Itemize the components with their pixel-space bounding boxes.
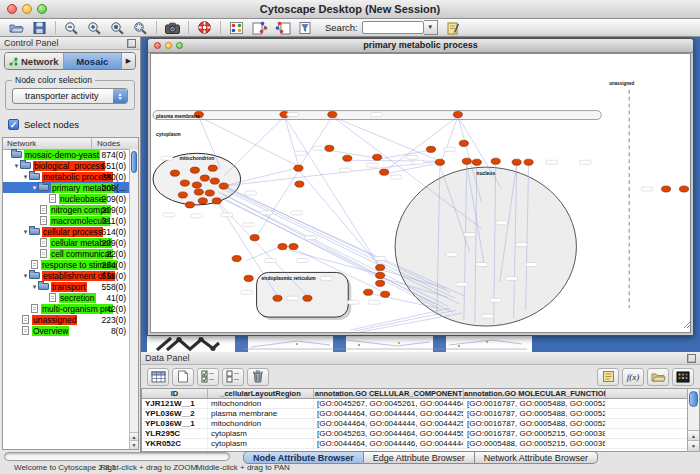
tree-row-primary-metabol[interactable]: ▼primary metabol209(... <box>3 182 129 193</box>
tab-overflow-arrow[interactable]: ▶ <box>122 53 135 69</box>
tab-node-attribute-browser[interactable]: Node Attribute Browser <box>243 451 364 464</box>
graph-node[interactable] <box>232 255 241 261</box>
graph-node[interactable] <box>244 275 253 281</box>
tab-edge-attribute-browser[interactable]: Edge Attribute Browser <box>364 451 475 464</box>
annotate-icon[interactable] <box>442 20 465 36</box>
select-attributes-icon[interactable] <box>197 368 219 386</box>
float-panel-icon[interactable] <box>127 39 136 48</box>
delete-attribute-trash-icon[interactable] <box>247 368 269 386</box>
new-attribute-icon[interactable] <box>172 368 194 386</box>
graph-node[interactable] <box>376 280 385 286</box>
zoom-out-icon[interactable] <box>60 20 83 36</box>
graph-node[interactable] <box>180 180 189 186</box>
disclosure-triangle-icon[interactable]: ▼ <box>13 163 20 169</box>
tree-row-cell-communicat[interactable]: cell communicat22(0) <box>3 248 129 259</box>
attribute-editor-notepad-icon[interactable] <box>597 368 619 386</box>
vizmapper-icon[interactable] <box>225 20 248 36</box>
import-attributes-folder-icon[interactable] <box>647 368 669 386</box>
tab-mosaic[interactable]: Mosaic <box>64 53 123 69</box>
network-view-window[interactable]: primary metabolic process plasma membran… <box>147 38 694 336</box>
column-header-annotation-go-molecular-function[interactable]: annotation.GO MOLECULAR_FUNCTION <box>464 389 606 398</box>
filter-icon[interactable] <box>294 20 317 36</box>
graph-node[interactable] <box>295 181 304 187</box>
graph-node[interactable] <box>198 198 207 204</box>
graph-node[interactable] <box>303 295 312 301</box>
help-lifebuoy-icon[interactable] <box>193 20 216 36</box>
search-input[interactable] <box>362 21 424 34</box>
table-scrollbar-thumb[interactable] <box>689 391 698 407</box>
tree-row-establishment-of-lo[interactable]: ▼establishment of lo558(0) <box>3 270 129 281</box>
disclosure-triangle-icon[interactable]: ▼ <box>22 229 29 235</box>
graph-node[interactable] <box>190 167 199 173</box>
graph-node[interactable] <box>289 244 298 250</box>
graph-node[interactable] <box>459 140 468 146</box>
graph-node[interactable] <box>679 186 688 192</box>
graph-node[interactable] <box>200 175 209 181</box>
table-row-ykr052c[interactable]: YKR052Ccytoplasm[GO:0044464, GO:0044446,… <box>142 439 687 449</box>
node-color-dropdown[interactable]: transporter activity ▲▼ <box>12 88 128 104</box>
scroll-down-arrow[interactable]: ▼ <box>130 440 138 449</box>
destroy-network-view-icon[interactable] <box>271 20 294 36</box>
graph-node[interactable] <box>273 295 282 301</box>
tree-scrollbar[interactable]: ▲ ▼ <box>129 149 138 449</box>
graph-node[interactable] <box>491 158 500 164</box>
search-dropdown-arrow[interactable]: ▼ <box>424 20 438 35</box>
zoom-in-icon[interactable] <box>83 20 106 36</box>
graph-node[interactable] <box>453 111 462 117</box>
graph-node[interactable] <box>250 235 259 241</box>
tab-network-attribute-browser[interactable]: Network Attribute Browser <box>475 451 598 464</box>
graph-node[interactable] <box>376 264 385 270</box>
tree-row-secretion[interactable]: secretion41(0) <box>3 292 129 303</box>
graph-node[interactable] <box>205 190 214 196</box>
graph-node[interactable] <box>208 165 217 171</box>
disclosure-triangle-icon[interactable]: ▼ <box>22 273 29 279</box>
graph-node[interactable] <box>170 170 179 176</box>
disclosure-triangle-icon[interactable]: ▼ <box>31 185 38 191</box>
graph-node[interactable] <box>328 111 337 117</box>
graph-node[interactable] <box>192 182 201 188</box>
tree-row-multi-organism-pro[interactable]: multi-organism pro42(0) <box>3 303 129 314</box>
column-header-id[interactable]: ID <box>142 389 208 398</box>
tree-row-mosaic-demo-yeast[interactable]: mosaic-demo-yeast874(0) <box>3 149 129 160</box>
tree-row-transport[interactable]: ▼transport558(0) <box>3 281 129 292</box>
snapshot-camera-icon[interactable] <box>161 20 184 36</box>
table-row-yjr121w-1[interactable]: YJR121W__1mitochondrion[GO:0045267, GO:0… <box>142 399 687 409</box>
graph-node[interactable] <box>376 272 385 278</box>
graph-node[interactable] <box>426 146 435 152</box>
graph-node[interactable] <box>194 189 203 195</box>
tree-row-macromolecule[interactable]: macromolecule311(0) <box>3 215 129 226</box>
network-window-titlebar[interactable]: primary metabolic process <box>148 39 693 53</box>
graph-node[interactable] <box>662 186 671 192</box>
graph-node[interactable] <box>212 198 221 204</box>
tree-row-nitrogen-compo[interactable]: nitrogen compo209(0) <box>3 204 129 215</box>
graph-node[interactable] <box>343 155 352 161</box>
tree-row-nucleobase[interactable]: nucleobase-209(0) <box>3 193 129 204</box>
attribute-function-icon[interactable]: f(x) <box>622 368 644 386</box>
tree-row-unassigned[interactable]: unassigned223(0) <box>3 314 129 325</box>
graph-node[interactable] <box>373 154 382 160</box>
table-row-ypl036w-1[interactable]: YPL036W__1mitochondrion[GO:0044464, GO:0… <box>142 419 687 429</box>
graph-node[interactable] <box>462 158 471 164</box>
attribute-table[interactable]: ID_cellularLayoutRegionannotation.GO CEL… <box>141 388 687 452</box>
table-scrollbar[interactable]: ▲ ▼ <box>687 388 700 452</box>
graph-node[interactable] <box>210 178 219 184</box>
tab-network[interactable]: Network <box>5 53 64 69</box>
tree-scrollbar-thumb[interactable] <box>131 151 137 173</box>
tree-row-overview[interactable]: Overview8(0) <box>3 325 129 336</box>
graph-node[interactable] <box>294 165 303 171</box>
graph-node[interactable] <box>435 159 444 165</box>
create-network-view-icon[interactable] <box>248 20 271 36</box>
column-header-annotation-go-cellular-component[interactable]: annotation.GO CELLULAR_COMPONENT <box>314 389 464 398</box>
disclosure-triangle-icon[interactable]: ▼ <box>22 174 29 180</box>
tree-row-metabolic-process[interactable]: ▼metabolic process280(0) <box>3 171 129 182</box>
graph-node[interactable] <box>178 192 187 198</box>
attribute-table-icon[interactable] <box>147 368 169 386</box>
graph-node[interactable] <box>325 145 334 151</box>
graph-node[interactable] <box>524 159 533 165</box>
tree-row-response-to-stimulu[interactable]: response to stimulu264(0) <box>3 259 129 270</box>
table-row-ylr295c[interactable]: YLR295Ccytoplasm[GO:0045263, GO:0044464,… <box>142 429 687 439</box>
graph-node[interactable] <box>219 183 228 189</box>
attribute-matrix-icon[interactable] <box>672 368 694 386</box>
graph-node[interactable] <box>364 289 373 295</box>
column-header-cellularlayoutregion[interactable]: _cellularLayoutRegion <box>208 389 314 398</box>
